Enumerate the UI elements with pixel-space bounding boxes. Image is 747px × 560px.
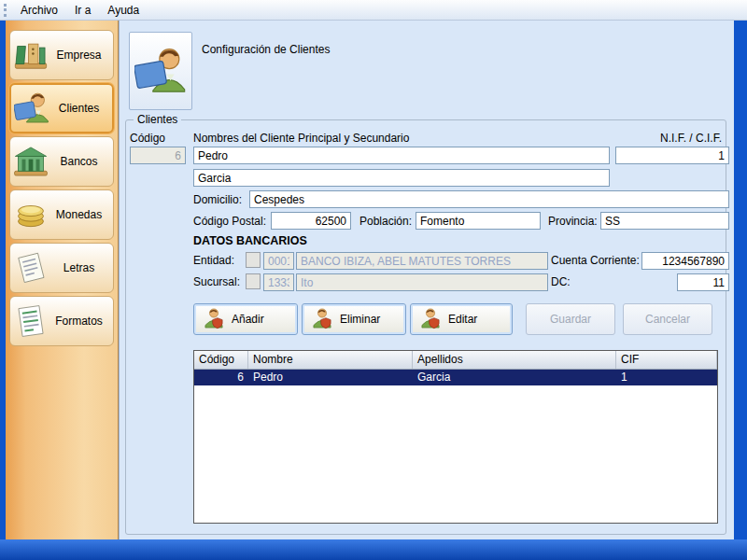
sidebar-item-monedas[interactable]: Monedas xyxy=(9,189,114,240)
edit-person-icon xyxy=(418,307,443,331)
col-header-cif[interactable]: CIF xyxy=(616,351,717,369)
bank-icon xyxy=(13,144,49,179)
coins-icon xyxy=(13,197,49,232)
nif-field[interactable] xyxy=(615,147,729,164)
organizer-icon xyxy=(13,37,49,73)
datos-bancarios-title: DATOS BANCARIOS xyxy=(193,234,307,247)
client-icon xyxy=(14,91,49,126)
sucursal-name-field xyxy=(296,273,548,291)
menu-bar: Archivo Ir a Ayuda xyxy=(0,0,747,21)
col-header-apellidos[interactable]: Apellidos xyxy=(413,351,616,369)
menu-drag-handle xyxy=(4,4,7,17)
codigo-field xyxy=(130,147,186,164)
edit-button-label: Editar xyxy=(448,313,477,326)
sidebar-item-formatos[interactable]: Formatos xyxy=(9,296,114,346)
edit-button[interactable]: Editar xyxy=(410,303,513,335)
letter-icon xyxy=(13,250,49,286)
add-button-label: Añadir xyxy=(232,313,264,326)
cuenta-field[interactable] xyxy=(641,252,729,270)
table-row[interactable]: 6 Pedro Garcia 1 xyxy=(194,370,717,385)
groupbox-label: Clientes xyxy=(134,113,181,126)
table-header-row: Código Nombre Apellidos CIF xyxy=(194,351,717,370)
cuenta-label: Cuenta Corriente: xyxy=(551,254,640,267)
sidebar-item-label: Formatos xyxy=(49,315,113,328)
nombre-field[interactable] xyxy=(193,147,610,164)
window-bottom-frame xyxy=(0,539,747,560)
sucursal-code-field xyxy=(263,273,294,291)
sidebar-item-empresa[interactable]: Empresa xyxy=(9,30,114,80)
sidebar-item-letras[interactable]: Letras xyxy=(9,243,114,293)
clients-table: Código Nombre Apellidos CIF 6 Pedro Garc… xyxy=(193,350,718,524)
dc-label: DC: xyxy=(551,275,571,288)
menu-ir-a[interactable]: Ir a xyxy=(66,1,99,20)
sidebar-item-label: Bancos xyxy=(49,155,113,168)
cell-cif: 1 xyxy=(616,370,717,385)
add-person-icon xyxy=(202,307,226,331)
app-window: { "colors": { "frame_blue": "#0f55cc", "… xyxy=(0,0,747,560)
save-button[interactable]: Guardar xyxy=(526,303,615,335)
cancel-button-label: Cancelar xyxy=(645,313,690,326)
menu-archivo[interactable]: Archivo xyxy=(12,1,66,20)
dc-field[interactable] xyxy=(677,273,729,291)
page-title: Configuración de Clientes xyxy=(202,43,330,56)
clientes-groupbox: Clientes Código Nombres del Cliente Prin… xyxy=(125,119,726,535)
apellido-field[interactable] xyxy=(193,169,610,187)
main-panel: Configuración de Clientes Clientes Códig… xyxy=(119,21,734,539)
sidebar-item-clientes[interactable]: Clientes xyxy=(9,83,114,133)
delete-button[interactable]: Eliminar xyxy=(302,303,406,335)
sidebar-item-label: Monedas xyxy=(49,208,113,221)
codigo-postal-field[interactable] xyxy=(271,212,351,230)
sidebar-item-bancos[interactable]: Bancos xyxy=(9,136,114,187)
cancel-button[interactable]: Cancelar xyxy=(623,303,712,335)
cell-nombre: Pedro xyxy=(248,370,413,385)
provincia-field[interactable] xyxy=(600,212,729,230)
menu-ayuda[interactable]: Ayuda xyxy=(99,1,148,20)
nif-label: N.I.F. / C.I.F. xyxy=(660,132,722,145)
col-header-codigo[interactable]: Código xyxy=(194,351,248,369)
codigo-postal-label: Código Postal: xyxy=(193,215,266,228)
poblacion-label: Población: xyxy=(359,215,412,228)
col-header-nombre[interactable]: Nombre xyxy=(248,351,413,369)
formats-icon xyxy=(13,303,49,339)
sucursal-lookup-button[interactable] xyxy=(246,273,261,289)
entidad-code-field xyxy=(263,252,294,270)
entidad-name-field xyxy=(296,252,548,270)
domicilio-field[interactable] xyxy=(249,190,729,208)
sidebar-item-label: Letras xyxy=(49,261,113,274)
domicilio-label: Domicilio: xyxy=(193,193,242,206)
poblacion-field[interactable] xyxy=(416,212,541,230)
delete-button-label: Eliminar xyxy=(340,313,380,326)
entidad-label: Entidad: xyxy=(193,254,234,267)
entidad-lookup-button[interactable] xyxy=(246,252,261,268)
page-icon-frame xyxy=(129,32,192,110)
cell-apellidos: Garcia xyxy=(413,370,616,385)
codigo-label: Código xyxy=(130,132,165,145)
provincia-label: Provincia: xyxy=(548,215,598,228)
clients-page-icon xyxy=(134,45,187,97)
save-button-label: Guardar xyxy=(550,313,591,326)
nombres-label: Nombres del Cliente Principal y Secundar… xyxy=(193,132,409,145)
sidebar-item-label: Clientes xyxy=(49,102,112,115)
sidebar: Empresa Clientes Bancos Monedas xyxy=(6,21,119,539)
sucursal-label: Sucursal: xyxy=(193,275,240,288)
sidebar-item-label: Empresa xyxy=(49,49,113,62)
add-button[interactable]: Añadir xyxy=(193,303,298,335)
cell-codigo: 6 xyxy=(194,370,248,385)
delete-person-icon xyxy=(310,307,334,331)
